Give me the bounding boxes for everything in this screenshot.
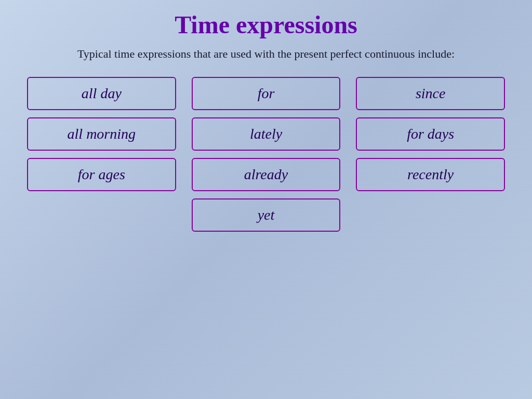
box-all-morning: all morning [27, 117, 176, 151]
box-for: for [192, 77, 341, 110]
box-since: since [356, 77, 505, 110]
box-for-ages: for ages [27, 158, 176, 191]
expressions-grid: all day for since all morning lately for… [27, 77, 505, 232]
box-for-days: for days [356, 117, 505, 151]
box-lately: lately [192, 117, 341, 151]
label-yet: yet [258, 207, 275, 223]
box-yet: yet [192, 198, 341, 232]
label-all-day: all day [82, 85, 122, 102]
page-title: Time expressions [175, 10, 357, 39]
empty-left [27, 198, 176, 232]
label-for-days: for days [407, 126, 454, 142]
label-all-morning: all morning [68, 126, 136, 142]
label-lately: lately [250, 126, 282, 142]
label-for-ages: for ages [78, 166, 125, 183]
box-already: already [192, 158, 341, 191]
box-recently: recently [356, 158, 505, 191]
empty-right [356, 198, 505, 232]
page: Time expressions Typical time expression… [0, 0, 532, 399]
label-recently: recently [407, 166, 454, 183]
box-all-day: all day [27, 77, 176, 110]
label-already: already [244, 166, 288, 183]
label-since: since [416, 85, 446, 102]
label-for: for [258, 85, 275, 102]
page-subtitle: Typical time expressions that are used w… [77, 45, 455, 62]
